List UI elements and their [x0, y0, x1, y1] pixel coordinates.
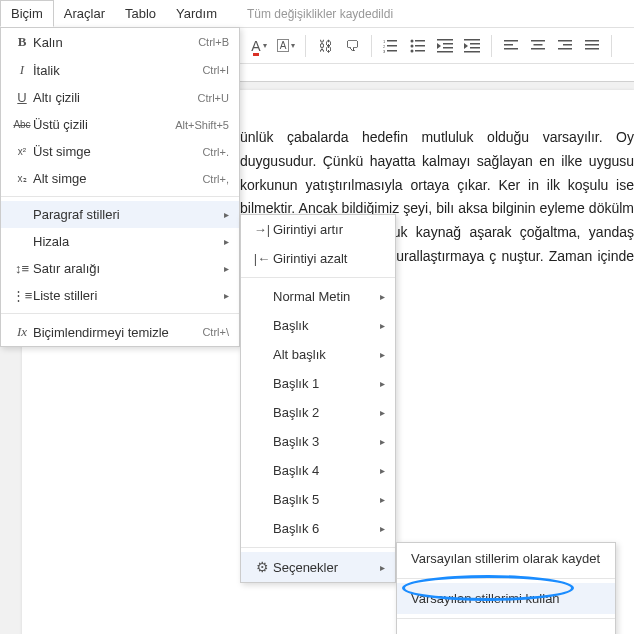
format-menu-dropdown: BKalınCtrl+BIİtalikCtrl+IUAltı çiziliCtr…: [0, 27, 240, 347]
ruler[interactable]: [240, 64, 634, 82]
options-submenu: Varsayılan stillerim olarak kaydetVarsay…: [396, 542, 616, 634]
svg-rect-25: [531, 40, 545, 42]
format-menu-item[interactable]: Paragraf stilleri▸: [1, 201, 239, 228]
submenu-arrow-icon: ▸: [224, 290, 229, 301]
svg-rect-22: [504, 40, 518, 42]
submenu-arrow-icon: ▸: [224, 236, 229, 247]
menu-item-icon: Ix: [11, 324, 33, 340]
menu-item-label: Üstü çizili: [33, 117, 175, 132]
submenu-arrow-icon: ▸: [380, 465, 385, 476]
paragraph-style-item[interactable]: Başlık▸: [241, 311, 395, 340]
menu-item-label: İtalik: [33, 63, 202, 78]
svg-rect-3: [387, 45, 397, 47]
svg-rect-11: [415, 50, 425, 52]
menu-table[interactable]: Tablo: [115, 1, 166, 26]
format-menu-item[interactable]: ⋮≡Liste stilleri▸: [1, 282, 239, 309]
svg-rect-30: [558, 48, 572, 50]
paragraph-styles-submenu: →|Girintiyi artır|←Girintiyi azaltNormal…: [240, 214, 396, 583]
menu-item-icon: ⚙: [251, 559, 273, 575]
menu-item-label: Başlık 5: [273, 492, 380, 507]
format-menu-item[interactable]: AbcÜstü çiziliAlt+Shift+5: [1, 111, 239, 138]
align-center-button[interactable]: [525, 33, 551, 59]
format-menu-item[interactable]: ↕≡Satır aralığı▸: [1, 255, 239, 282]
paragraph-style-item[interactable]: ⚙Seçenekler▸: [241, 552, 395, 582]
menu-tools[interactable]: Araçlar: [54, 1, 115, 26]
insert-link-button[interactable]: ⛓: [312, 33, 338, 59]
paragraph-style-item[interactable]: Normal Metin▸: [241, 282, 395, 311]
paragraph-style-item[interactable]: Başlık 6▸: [241, 514, 395, 543]
paragraph-style-item[interactable]: Başlık 2▸: [241, 398, 395, 427]
format-menu-item[interactable]: IxBiçimlendirmeyi temizleCtrl+\: [1, 318, 239, 346]
menu-item-label: Altı çizili: [33, 90, 198, 105]
options-menu-item[interactable]: Varsayılan stillerimi kullan: [397, 583, 615, 614]
paragraph-style-item[interactable]: Başlık 3▸: [241, 427, 395, 456]
submenu-arrow-icon: ▸: [380, 378, 385, 389]
svg-rect-16: [437, 51, 453, 53]
paragraph-style-item[interactable]: Alt başlık▸: [241, 340, 395, 369]
svg-point-10: [411, 49, 414, 52]
svg-marker-13: [437, 43, 441, 49]
menu-item-label: Liste stilleri: [33, 288, 218, 303]
decrease-indent-button[interactable]: [432, 33, 458, 59]
menu-item-label: Başlık 6: [273, 521, 380, 536]
submenu-arrow-icon: ▸: [380, 320, 385, 331]
menu-item-icon: Abc: [11, 119, 33, 130]
svg-rect-15: [443, 47, 453, 49]
align-right-button[interactable]: [552, 33, 578, 59]
submenu-arrow-icon: ▸: [380, 562, 385, 573]
menu-item-label: Satır aralığı: [33, 261, 218, 276]
format-menu-item[interactable]: BKalınCtrl+B: [1, 28, 239, 56]
submenu-arrow-icon: ▸: [380, 523, 385, 534]
menu-item-icon: x₂: [11, 173, 33, 184]
menu-shortcut: Ctrl+I: [202, 64, 229, 76]
svg-rect-23: [504, 44, 513, 46]
menu-item-label: Normal Metin: [273, 289, 380, 304]
svg-rect-31: [585, 40, 599, 42]
svg-rect-1: [387, 40, 397, 42]
svg-rect-29: [563, 44, 572, 46]
align-justify-button[interactable]: [579, 33, 605, 59]
svg-rect-5: [387, 50, 397, 52]
align-left-button[interactable]: [498, 33, 524, 59]
svg-marker-18: [464, 43, 468, 49]
increase-indent-button[interactable]: [459, 33, 485, 59]
svg-rect-14: [443, 43, 453, 45]
options-menu-item[interactable]: Stilleri sıfırla: [397, 623, 615, 634]
format-menu-item[interactable]: x₂Alt simgeCtrl+,: [1, 165, 239, 192]
menu-item-label: Başlık 4: [273, 463, 380, 478]
highlight-color-button[interactable]: A ▾: [273, 33, 299, 59]
options-menu-item[interactable]: Varsayılan stillerim olarak kaydet: [397, 543, 615, 574]
paragraph-style-item[interactable]: Başlık 1▸: [241, 369, 395, 398]
menu-shortcut: Ctrl+B: [198, 36, 229, 48]
menu-help[interactable]: Yardım: [166, 1, 227, 26]
insert-comment-button[interactable]: 🗨: [339, 33, 365, 59]
numbered-list-button[interactable]: 123: [378, 33, 404, 59]
paragraph-style-item[interactable]: Başlık 5▸: [241, 485, 395, 514]
svg-rect-19: [470, 43, 480, 45]
paragraph-style-item[interactable]: |←Girintiyi azalt: [241, 244, 395, 273]
menu-shortcut: Ctrl+.: [202, 146, 229, 158]
menu-item-icon: I: [11, 62, 33, 78]
bulleted-list-button[interactable]: [405, 33, 431, 59]
svg-rect-7: [415, 40, 425, 42]
paragraph-style-item[interactable]: →|Girintiyi artır: [241, 215, 395, 244]
format-menu-item[interactable]: Hizala▸: [1, 228, 239, 255]
menu-shortcut: Ctrl+U: [198, 92, 229, 104]
format-menu-item[interactable]: x²Üst simgeCtrl+.: [1, 138, 239, 165]
menu-item-label: Biçimlendirmeyi temizle: [33, 325, 202, 340]
menu-item-icon: x²: [11, 146, 33, 157]
menu-item-label: Paragraf stilleri: [33, 207, 218, 222]
svg-point-6: [411, 39, 414, 42]
menu-format[interactable]: Biçim: [0, 0, 54, 27]
save-status: Tüm değişiklikler kaydedildi: [247, 7, 393, 21]
menu-item-label: Alt başlık: [273, 347, 380, 362]
text-color-button[interactable]: A ▾: [246, 33, 272, 59]
svg-rect-21: [464, 51, 480, 53]
format-menu-item[interactable]: UAltı çiziliCtrl+U: [1, 84, 239, 111]
menu-item-icon: ⋮≡: [11, 288, 33, 303]
paragraph-style-item[interactable]: Başlık 4▸: [241, 456, 395, 485]
menu-item-icon: |←: [251, 251, 273, 266]
format-menu-item[interactable]: IİtalikCtrl+I: [1, 56, 239, 84]
menu-item-label: Başlık 3: [273, 434, 380, 449]
menu-item-label: Kalın: [33, 35, 198, 50]
